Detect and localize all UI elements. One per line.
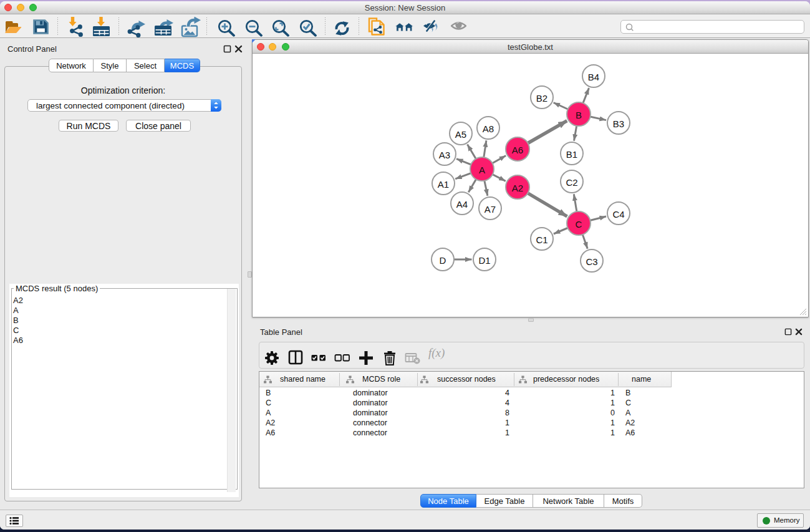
svg-text:A: A <box>479 165 485 175</box>
svg-text:A8: A8 <box>483 123 494 134</box>
svg-text:B4: B4 <box>588 72 599 82</box>
svg-text:A2: A2 <box>512 183 523 193</box>
svg-text:B2: B2 <box>536 93 547 104</box>
svg-text:C4: C4 <box>612 209 624 220</box>
svg-text:A1: A1 <box>438 179 449 190</box>
svg-text:A7: A7 <box>485 204 496 215</box>
svg-text:D: D <box>440 255 446 266</box>
svg-text:A5: A5 <box>455 129 466 140</box>
svg-text:C1: C1 <box>536 235 547 245</box>
svg-text:C: C <box>576 219 582 230</box>
svg-text:B1: B1 <box>566 149 577 160</box>
svg-text:A3: A3 <box>439 150 450 160</box>
svg-text:B3: B3 <box>613 118 624 129</box>
svg-text:A4: A4 <box>456 199 468 210</box>
svg-text:C2: C2 <box>566 177 577 188</box>
svg-text:B: B <box>576 110 582 120</box>
svg-text:A6: A6 <box>512 145 523 155</box>
svg-text:C3: C3 <box>586 256 597 267</box>
svg-text:D1: D1 <box>478 255 490 266</box>
